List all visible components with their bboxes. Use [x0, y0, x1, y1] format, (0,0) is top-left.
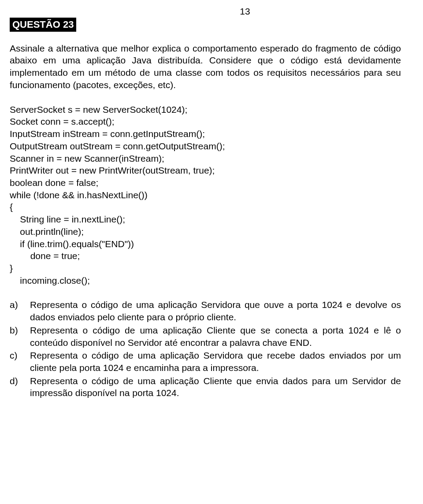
intro-paragraph: Assinale a alternativa que melhor explic… [10, 42, 401, 91]
option-label: b) [10, 324, 30, 337]
option-label: a) [10, 299, 30, 311]
question-title: QUESTÃO 23 [10, 18, 76, 32]
option-c: c) Representa o código de uma aplicação … [10, 349, 401, 374]
option-label: d) [10, 375, 30, 387]
option-text: Representa o código de uma aplicação Cli… [30, 375, 401, 399]
page-number: 13 [89, 5, 401, 18]
option-label: c) [10, 349, 30, 362]
code-block: ServerSocket s = new ServerSocket(1024);… [10, 104, 401, 287]
option-text: Representa o código de uma aplicação Ser… [30, 299, 401, 323]
option-d: d) Representa o código de uma aplicação … [10, 375, 401, 399]
option-a: a) Representa o código de uma aplicação … [10, 299, 401, 323]
option-b: b) Representa o código de uma aplicação … [10, 324, 401, 348]
options-list: a) Representa o código de uma aplicação … [10, 299, 401, 399]
option-text: Representa o código de uma aplicação Cli… [30, 324, 401, 348]
option-text: Representa o código de uma aplicação Ser… [30, 349, 401, 374]
